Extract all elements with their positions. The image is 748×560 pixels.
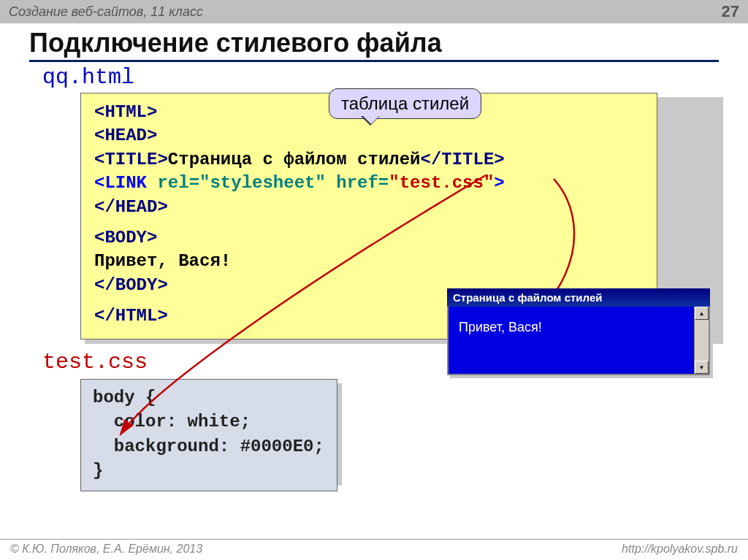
- footer-url: http://kpolyakov.spb.ru: [622, 542, 738, 556]
- scroll-up-icon[interactable]: ▲: [695, 307, 709, 320]
- css-code-block: body { color: white; background: #0000E0…: [80, 379, 719, 491]
- browser-preview: Страница с файлом стилей Привет, Вася! ▲…: [447, 288, 710, 375]
- page-title: Подключение стилевого файла: [29, 28, 719, 62]
- code-line: <TITLE>Страница с файлом стилей</TITLE>: [94, 148, 644, 172]
- code-line: body {: [93, 386, 325, 410]
- browser-body-text: Привет, Вася!: [459, 320, 542, 334]
- code-line: color: white;: [93, 410, 325, 434]
- callout-styles-table: таблица стилей: [329, 88, 481, 119]
- slide-header: Создание веб-сайтов, 11 класс 27: [0, 0, 748, 23]
- page-number: 27: [722, 2, 739, 21]
- scroll-down-icon[interactable]: ▼: [695, 361, 709, 374]
- code-line: Привет, Вася!: [94, 250, 644, 273]
- course-title: Создание веб-сайтов, 11 класс: [9, 4, 203, 20]
- code-line: <BODY>: [94, 226, 644, 250]
- code-line: }: [93, 459, 325, 483]
- code-line-link: <LINK rel="stylesheet" href="test.css">: [94, 172, 644, 195]
- browser-body: Привет, Вася! ▲ ▼: [447, 307, 710, 375]
- browser-titlebar: Страница с файлом стилей: [447, 288, 710, 307]
- copyright-text: © К.Ю. Поляков, Е.А. Ерёмин, 2013: [10, 542, 202, 556]
- code-line: background: #0000E0;: [93, 434, 325, 459]
- html-filename-label: qq.html: [42, 65, 719, 90]
- code-line: </HEAD>: [94, 196, 644, 219]
- slide-footer: © К.Ю. Поляков, Е.А. Ерёмин, 2013 http:/…: [0, 539, 748, 560]
- scrollbar[interactable]: ▲ ▼: [694, 307, 709, 374]
